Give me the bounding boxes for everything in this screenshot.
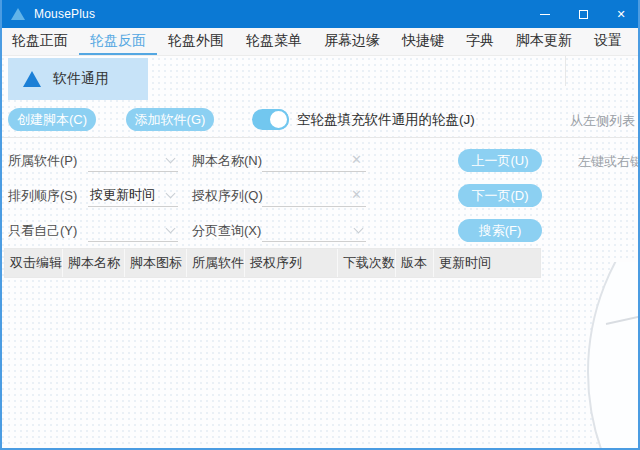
script-table-header: 双击编辑 脚本名称 脚本图标 所属软件 授权序列 下载次数 版本 更新时间: [4, 248, 541, 278]
content-area: 软件通用 创建脚本(C) 添加软件(G) 空轮盘填充软件通用的轮盘(J) 从左侧…: [0, 56, 640, 450]
toggle-knob: [268, 109, 289, 130]
column-script-name[interactable]: 脚本名称: [63, 249, 125, 277]
fill-empty-wheel-toggle[interactable]: [252, 109, 289, 130]
wheel-preview-arc: [560, 262, 640, 450]
maximize-icon: [579, 10, 588, 19]
script-name-label: 脚本名称(N): [192, 149, 262, 172]
main-tabbar: 轮盘正面 轮盘反面 轮盘外围 轮盘菜单 屏幕边缘 快捷键 字典 脚本更新 设置: [0, 28, 640, 56]
left-list-hint: 从左侧列表: [570, 112, 635, 130]
tab-screen-edge[interactable]: 屏幕边缘: [313, 28, 391, 55]
page-query-select[interactable]: [262, 219, 366, 242]
clear-icon[interactable]: ✕: [351, 184, 362, 206]
script-name-input[interactable]: ✕: [262, 149, 366, 172]
license-serial-input[interactable]: ✕: [262, 184, 366, 207]
section-title: 软件通用: [53, 70, 109, 88]
column-script-icon[interactable]: 脚本图标: [125, 249, 187, 277]
right-panel-divider: [565, 56, 566, 86]
only-mine-select[interactable]: [88, 219, 178, 242]
close-button[interactable]: ✕: [602, 0, 640, 28]
chevron-down-icon: [166, 189, 176, 199]
only-mine-label: 只看自己(Y): [8, 219, 77, 242]
previous-page-button[interactable]: 上一页(U): [458, 149, 542, 172]
add-software-button[interactable]: 添加软件(G): [126, 108, 214, 131]
cursor-triangle-icon: [23, 71, 41, 87]
maximize-button[interactable]: [564, 0, 602, 28]
tab-settings[interactable]: 设置: [583, 28, 633, 55]
clear-icon[interactable]: ✕: [351, 149, 362, 171]
column-version[interactable]: 版本: [396, 249, 434, 277]
sort-order-select[interactable]: 按更新时间: [88, 184, 178, 207]
app-logo-icon: [11, 8, 25, 20]
column-double-click-edit[interactable]: 双击编辑: [5, 249, 63, 277]
next-page-button[interactable]: 下一页(D): [458, 184, 542, 207]
minimize-icon: [540, 14, 550, 15]
window-controls: ✕: [526, 0, 640, 28]
tab-wheel-back[interactable]: 轮盘反面: [79, 28, 157, 55]
minimize-button[interactable]: [526, 0, 564, 28]
close-icon: ✕: [616, 9, 625, 20]
mouseplus-window: MousePlus ✕ 轮盘正面 轮盘反面 轮盘外围 轮盘菜单 屏幕边缘 快捷键…: [0, 0, 640, 450]
search-button[interactable]: 搜索(F): [458, 219, 542, 242]
sort-order-label: 排列顺序(S): [8, 184, 77, 207]
column-license-serial[interactable]: 授权序列: [245, 249, 338, 277]
owner-software-label: 所属软件(P): [8, 149, 77, 172]
sort-order-value: 按更新时间: [90, 187, 155, 202]
chevron-down-icon: [354, 224, 364, 234]
owner-software-select[interactable]: [88, 149, 178, 172]
tab-hotkeys[interactable]: 快捷键: [391, 28, 455, 55]
fill-empty-wheel-label: 空轮盘填充软件通用的轮盘(J): [297, 108, 475, 131]
tab-wheel-front[interactable]: 轮盘正面: [1, 28, 79, 55]
app-title: MousePlus: [34, 7, 95, 21]
column-update-time[interactable]: 更新时间: [434, 249, 540, 277]
column-owner-software[interactable]: 所属软件: [187, 249, 245, 277]
tab-dictionary[interactable]: 字典: [455, 28, 505, 55]
chevron-down-icon: [166, 154, 176, 164]
mouse-button-hint: 左键或右键: [578, 153, 640, 171]
tab-wheel-outer[interactable]: 轮盘外围: [157, 28, 235, 55]
column-download-count[interactable]: 下载次数: [338, 249, 396, 277]
toolbar-divider: [0, 137, 640, 138]
license-serial-label: 授权序列(Q): [192, 184, 263, 207]
chevron-down-icon: [166, 224, 176, 234]
create-script-button[interactable]: 创建脚本(C): [8, 108, 96, 131]
titlebar: MousePlus ✕: [0, 0, 640, 28]
section-software-common[interactable]: 软件通用: [8, 58, 148, 100]
tab-script-update[interactable]: 脚本更新: [505, 28, 583, 55]
tab-wheel-menu[interactable]: 轮盘菜单: [235, 28, 313, 55]
page-query-label: 分页查询(X): [192, 219, 261, 242]
